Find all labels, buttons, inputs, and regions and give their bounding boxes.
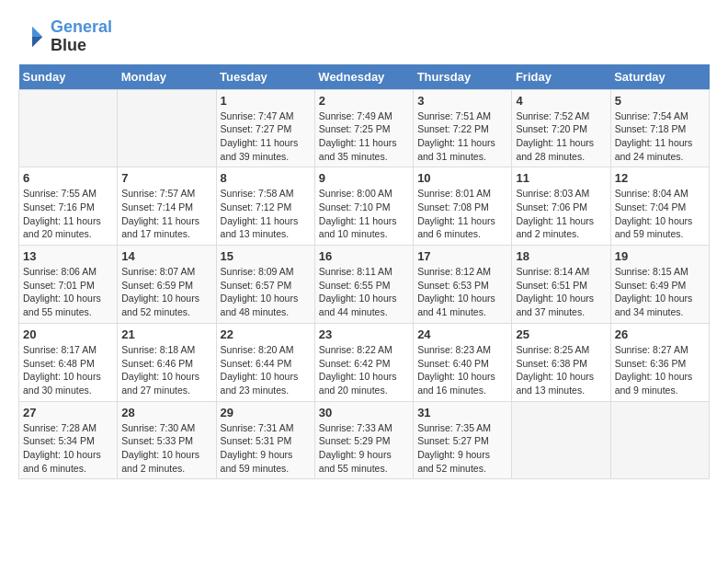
day-info: Sunrise: 7:58 AMSunset: 7:12 PMDaylight:… xyxy=(221,187,311,241)
calendar-cell-w4-d2: 29Sunrise: 7:31 AMSunset: 5:31 PMDayligh… xyxy=(216,401,314,479)
day-number: 29 xyxy=(221,406,311,419)
calendar-cell-w4-d6 xyxy=(610,401,709,479)
day-info: Sunrise: 7:52 AMSunset: 7:20 PMDaylight:… xyxy=(516,109,606,164)
day-number: 15 xyxy=(221,249,311,263)
calendar-cell-w2-d6: 19Sunrise: 8:15 AMSunset: 6:49 PMDayligh… xyxy=(610,246,709,324)
day-info: Sunrise: 8:09 AMSunset: 6:57 PMDaylight:… xyxy=(221,265,311,319)
weekday-header-sunday: Sunday xyxy=(19,64,118,90)
calendar-table: SundayMondayTuesdayWednesdayThursdayFrid… xyxy=(18,64,710,480)
day-number: 16 xyxy=(319,249,409,263)
calendar-cell-w3-d0: 20Sunrise: 8:17 AMSunset: 6:48 PMDayligh… xyxy=(19,323,118,401)
day-info: Sunrise: 8:04 AMSunset: 7:04 PMDaylight:… xyxy=(615,187,705,241)
calendar-cell-w3-d3: 23Sunrise: 8:22 AMSunset: 6:42 PMDayligh… xyxy=(314,323,413,401)
day-info: Sunrise: 8:07 AMSunset: 6:59 PMDaylight:… xyxy=(121,265,211,319)
calendar-cell-w2-d2: 15Sunrise: 8:09 AMSunset: 6:57 PMDayligh… xyxy=(216,246,314,324)
day-number: 19 xyxy=(615,249,705,263)
calendar-cell-w1-d3: 9Sunrise: 8:00 AMSunset: 7:10 PMDaylight… xyxy=(314,167,413,246)
day-info: Sunrise: 7:57 AMSunset: 7:14 PMDaylight:… xyxy=(121,187,211,241)
day-info: Sunrise: 8:11 AMSunset: 6:55 PMDaylight:… xyxy=(319,265,409,319)
weekday-header-thursday: Thursday xyxy=(414,64,512,90)
day-number: 7 xyxy=(121,171,211,185)
day-info: Sunrise: 8:17 AMSunset: 6:48 PMDaylight:… xyxy=(23,343,113,397)
day-info: Sunrise: 7:30 AMSunset: 5:33 PMDaylight:… xyxy=(121,421,211,476)
calendar-cell-w4-d0: 27Sunrise: 7:28 AMSunset: 5:34 PMDayligh… xyxy=(19,401,118,479)
weekday-header-wednesday: Wednesday xyxy=(314,64,413,90)
calendar-cell-w3-d6: 26Sunrise: 8:27 AMSunset: 6:36 PMDayligh… xyxy=(610,323,709,401)
day-info: Sunrise: 8:18 AMSunset: 6:46 PMDaylight:… xyxy=(121,343,211,397)
page-header: GeneralBlue xyxy=(18,18,710,55)
calendar-cell-w0-d3: 2Sunrise: 7:49 AMSunset: 7:25 PMDaylight… xyxy=(314,89,413,167)
day-number: 13 xyxy=(23,249,113,263)
calendar-cell-w2-d3: 16Sunrise: 8:11 AMSunset: 6:55 PMDayligh… xyxy=(314,246,413,324)
day-number: 30 xyxy=(319,406,409,419)
day-number: 8 xyxy=(221,171,311,185)
day-number: 28 xyxy=(121,406,211,419)
calendar-cell-w0-d4: 3Sunrise: 7:51 AMSunset: 7:22 PMDaylight… xyxy=(414,89,512,167)
logo: GeneralBlue xyxy=(18,18,112,55)
day-number: 31 xyxy=(417,406,507,419)
day-info: Sunrise: 8:03 AMSunset: 7:06 PMDaylight:… xyxy=(516,187,606,241)
day-info: Sunrise: 8:01 AMSunset: 7:08 PMDaylight:… xyxy=(417,187,507,241)
day-number: 26 xyxy=(615,327,705,341)
calendar-cell-w2-d0: 13Sunrise: 8:06 AMSunset: 7:01 PMDayligh… xyxy=(19,246,118,324)
day-info: Sunrise: 7:49 AMSunset: 7:25 PMDaylight:… xyxy=(319,109,409,164)
day-info: Sunrise: 8:15 AMSunset: 6:49 PMDaylight:… xyxy=(615,265,705,319)
day-info: Sunrise: 8:23 AMSunset: 6:40 PMDaylight:… xyxy=(417,343,507,397)
day-number: 17 xyxy=(417,249,507,263)
calendar-cell-w2-d5: 18Sunrise: 8:14 AMSunset: 6:51 PMDayligh… xyxy=(512,246,610,324)
day-info: Sunrise: 7:31 AMSunset: 5:31 PMDaylight:… xyxy=(221,421,311,476)
day-number: 21 xyxy=(121,327,211,341)
day-number: 4 xyxy=(516,94,606,108)
day-info: Sunrise: 7:54 AMSunset: 7:18 PMDaylight:… xyxy=(615,109,705,164)
calendar-cell-w0-d0 xyxy=(19,89,118,167)
calendar-cell-w4-d5 xyxy=(512,401,610,479)
day-info: Sunrise: 8:14 AMSunset: 6:51 PMDaylight:… xyxy=(516,265,606,319)
day-info: Sunrise: 8:00 AMSunset: 7:10 PMDaylight:… xyxy=(319,187,409,241)
calendar-cell-w0-d1 xyxy=(118,89,216,167)
day-number: 11 xyxy=(516,171,606,185)
svg-marker-1 xyxy=(32,37,42,47)
calendar-cell-w0-d6: 5Sunrise: 7:54 AMSunset: 7:18 PMDaylight… xyxy=(610,89,709,167)
day-number: 2 xyxy=(319,94,409,108)
day-info: Sunrise: 7:35 AMSunset: 5:27 PMDaylight:… xyxy=(417,421,507,476)
day-number: 10 xyxy=(417,171,507,185)
day-number: 18 xyxy=(516,249,606,263)
day-number: 22 xyxy=(221,327,311,341)
weekday-header-saturday: Saturday xyxy=(610,64,709,90)
day-number: 24 xyxy=(417,327,507,341)
calendar-cell-w1-d6: 12Sunrise: 8:04 AMSunset: 7:04 PMDayligh… xyxy=(610,167,709,246)
day-number: 25 xyxy=(516,327,606,341)
weekday-header-tuesday: Tuesday xyxy=(216,64,314,90)
calendar-cell-w4-d1: 28Sunrise: 7:30 AMSunset: 5:33 PMDayligh… xyxy=(118,401,216,479)
calendar-cell-w0-d2: 1Sunrise: 7:47 AMSunset: 7:27 PMDaylight… xyxy=(216,89,314,167)
calendar-cell-w2-d4: 17Sunrise: 8:12 AMSunset: 6:53 PMDayligh… xyxy=(414,246,512,324)
calendar-cell-w4-d4: 31Sunrise: 7:35 AMSunset: 5:27 PMDayligh… xyxy=(414,401,512,479)
day-number: 12 xyxy=(615,171,705,185)
day-info: Sunrise: 8:20 AMSunset: 6:44 PMDaylight:… xyxy=(221,343,311,397)
day-info: Sunrise: 8:06 AMSunset: 7:01 PMDaylight:… xyxy=(23,265,113,319)
day-number: 14 xyxy=(121,249,211,263)
weekday-header-monday: Monday xyxy=(118,64,216,90)
calendar-cell-w3-d4: 24Sunrise: 8:23 AMSunset: 6:40 PMDayligh… xyxy=(414,323,512,401)
calendar-cell-w3-d1: 21Sunrise: 8:18 AMSunset: 6:46 PMDayligh… xyxy=(118,323,216,401)
calendar-cell-w2-d1: 14Sunrise: 8:07 AMSunset: 6:59 PMDayligh… xyxy=(118,246,216,324)
calendar-cell-w1-d2: 8Sunrise: 7:58 AMSunset: 7:12 PMDaylight… xyxy=(216,167,314,246)
day-number: 23 xyxy=(319,327,409,341)
day-number: 3 xyxy=(417,94,507,108)
svg-marker-0 xyxy=(32,27,42,37)
calendar-cell-w1-d0: 6Sunrise: 7:55 AMSunset: 7:16 PMDaylight… xyxy=(19,167,118,246)
day-info: Sunrise: 7:51 AMSunset: 7:22 PMDaylight:… xyxy=(417,109,507,164)
calendar-cell-w1-d4: 10Sunrise: 8:01 AMSunset: 7:08 PMDayligh… xyxy=(414,167,512,246)
weekday-header-friday: Friday xyxy=(512,64,610,90)
day-number: 1 xyxy=(221,94,311,108)
day-number: 27 xyxy=(23,406,113,419)
day-info: Sunrise: 7:33 AMSunset: 5:29 PMDaylight:… xyxy=(319,421,409,476)
logo-icon xyxy=(18,23,46,51)
calendar-cell-w3-d5: 25Sunrise: 8:25 AMSunset: 6:38 PMDayligh… xyxy=(512,323,610,401)
day-info: Sunrise: 8:22 AMSunset: 6:42 PMDaylight:… xyxy=(319,343,409,397)
calendar-cell-w4-d3: 30Sunrise: 7:33 AMSunset: 5:29 PMDayligh… xyxy=(314,401,413,479)
logo-text: GeneralBlue xyxy=(51,18,112,55)
day-info: Sunrise: 8:27 AMSunset: 6:36 PMDaylight:… xyxy=(615,343,705,397)
calendar-cell-w0-d5: 4Sunrise: 7:52 AMSunset: 7:20 PMDaylight… xyxy=(512,89,610,167)
day-info: Sunrise: 7:47 AMSunset: 7:27 PMDaylight:… xyxy=(221,109,311,164)
